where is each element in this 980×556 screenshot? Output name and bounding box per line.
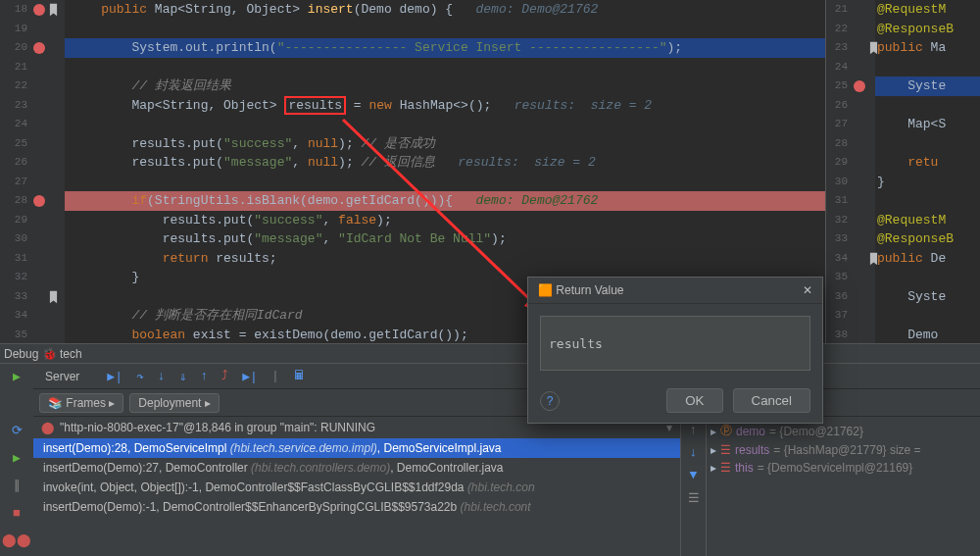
close-icon[interactable]: ✕: [803, 283, 812, 297]
stack-frame[interactable]: invoke(int, Object, Object[]):-1, DemoCo…: [33, 478, 680, 497]
update-icon[interactable]: ⟳: [0, 417, 33, 444]
frames-panel: ⬤ "http-nio-8080-exec-17"@18,846 in grou…: [33, 417, 680, 556]
breakpoint-icon[interactable]: [33, 42, 45, 54]
show-execution-point-icon[interactable]: ▶|: [107, 369, 122, 384]
drop-frame-icon[interactable]: ⤴: [221, 369, 228, 383]
line-number[interactable]: 33: [0, 287, 27, 307]
line-number[interactable]: 32: [826, 211, 848, 230]
line-number[interactable]: 27: [0, 173, 27, 192]
field-icon: ☰: [720, 443, 731, 457]
return-value-input[interactable]: [540, 316, 810, 371]
stop-icon[interactable]: ■: [0, 499, 33, 527]
app-icon: 🟧: [538, 283, 553, 297]
bookmark-icon: [869, 41, 878, 55]
line-number[interactable]: 23: [826, 38, 848, 58]
debug-toolwindow-tab[interactable]: Debug 🐞 tech: [0, 343, 980, 364]
variable-row[interactable]: ▸ ☰ results = {HashMap@21779} size =: [707, 441, 980, 459]
line-number[interactable]: 18: [0, 0, 27, 20]
right-editor: 21 22 23 24 25 26 27 28 29 30 31 32 33 3…: [825, 0, 980, 343]
line-number[interactable]: 25: [0, 134, 27, 154]
line-number[interactable]: 22: [826, 20, 848, 39]
breakpoint-icon[interactable]: [33, 4, 45, 16]
resume-icon[interactable]: ▶: [0, 444, 33, 472]
line-number[interactable]: 32: [0, 268, 27, 287]
line-number[interactable]: 20: [0, 38, 27, 58]
line-number[interactable]: 28: [0, 191, 27, 211]
stack-frame[interactable]: insertDemo(Demo):27, DemoController (hbi…: [33, 458, 680, 478]
selected-variable: results: [284, 96, 346, 115]
line-number[interactable]: 25: [826, 76, 848, 96]
variable-row[interactable]: ▸ ☰ this = {DemoServiceImpl@21169}: [707, 459, 980, 477]
line-number[interactable]: 27: [826, 115, 848, 134]
debug-toolbar: Server ▶| ↷ ↓ ⇓ ↑ ⤴ ▶| | 🖩: [33, 364, 980, 389]
line-number[interactable]: 23: [0, 96, 27, 116]
line-number[interactable]: 24: [0, 115, 27, 134]
line-number[interactable]: 22: [0, 76, 27, 96]
line-number[interactable]: 26: [826, 96, 848, 116]
right-gutter: 21 22 23 24 25 26 27 28 29 30 31 32 33 3…: [826, 0, 875, 343]
ok-button[interactable]: OK: [666, 388, 722, 413]
bug-icon: 🐞: [42, 347, 57, 361]
vars-side-toolbar: ↑ ↓ ▼ ☰: [680, 417, 706, 556]
line-number[interactable]: 31: [0, 249, 27, 269]
field-icon: ☰: [720, 461, 731, 475]
breakpoint-icon[interactable]: [33, 195, 45, 207]
line-number[interactable]: 33: [826, 229, 848, 249]
force-step-into-icon[interactable]: ⇓: [179, 369, 187, 384]
line-number[interactable]: 34: [826, 249, 848, 269]
left-gutter: 18 19 20 21 22 23 24 25 26 27 28 29 30 3…: [0, 0, 65, 343]
line-number[interactable]: 31: [826, 191, 848, 211]
arrow-down-icon[interactable]: ↓: [690, 445, 698, 460]
line-number[interactable]: 24: [826, 58, 848, 77]
return-value-dialog: 🟧 Return Value ✕ ? OK Cancel: [527, 277, 823, 424]
dialog-titlebar[interactable]: 🟧 Return Value ✕: [528, 278, 822, 304]
stack-frame[interactable]: insertDemo(Demo):-1, DemoController$$Enh…: [33, 497, 680, 517]
code-editor-right[interactable]: @RequestM @ResponseB public Ma Syste Map…: [875, 0, 980, 343]
line-number[interactable]: 29: [0, 211, 27, 230]
line-number[interactable]: 19: [0, 20, 27, 39]
run-to-cursor-icon[interactable]: ▶|: [242, 369, 258, 384]
line-number[interactable]: 37: [826, 306, 848, 326]
bookmark-icon: [49, 290, 58, 304]
line-number[interactable]: 38: [826, 326, 848, 345]
line-number[interactable]: 35: [826, 268, 848, 287]
line-number[interactable]: 35: [0, 326, 27, 345]
breakpoint-icon[interactable]: [854, 80, 865, 92]
bookmark-icon: [49, 3, 58, 17]
pause-icon[interactable]: ∥: [0, 472, 33, 499]
arrow-up-icon[interactable]: ↑: [690, 423, 698, 437]
variable-row[interactable]: ▸ ⓟ demo = {Demo@21762}: [707, 421, 980, 441]
frames-tab[interactable]: 📚 Frames ▸: [39, 393, 123, 413]
step-over-icon[interactable]: ↷: [136, 369, 144, 384]
param-icon: ⓟ: [720, 423, 732, 439]
settings-icon[interactable]: ☰: [688, 490, 700, 506]
line-number[interactable]: 21: [0, 58, 27, 77]
variables-panel: ▸ ⓟ demo = {Demo@21762} ▸ ☰ results = {H…: [706, 417, 980, 556]
stack-frame[interactable]: insert(Demo):28, DemoServiceImpl (hbi.te…: [33, 438, 680, 458]
line-number[interactable]: 29: [826, 153, 848, 173]
line-number[interactable]: 28: [826, 134, 848, 154]
deployment-tab[interactable]: Deployment ▸: [129, 393, 219, 413]
debug-side-toolbar: ⟳ ▶ ∥ ■ ⬤⬤: [0, 417, 33, 556]
view-breakpoints-icon[interactable]: ⬤⬤: [0, 527, 33, 554]
frames-tabs: 📚 Frames ▸ Deployment ▸: [33, 389, 980, 417]
line-number[interactable]: 36: [826, 287, 848, 307]
line-number[interactable]: 30: [0, 229, 27, 249]
thread-icon: ⬤: [41, 421, 54, 434]
editor-split: 18 19 20 21 22 23 24 25 26 27 28 29 30 3…: [0, 0, 980, 343]
line-number[interactable]: 26: [0, 153, 27, 173]
step-into-icon[interactable]: ↓: [158, 369, 166, 383]
step-out-icon[interactable]: ↑: [200, 369, 208, 383]
line-number[interactable]: 30: [826, 173, 848, 192]
bookmark-icon: [869, 252, 878, 266]
help-icon[interactable]: ?: [540, 391, 560, 411]
tab-server[interactable]: Server: [33, 364, 91, 388]
rerun-icon[interactable]: ▶: [0, 364, 33, 389]
evaluate-expression-icon[interactable]: 🖩: [293, 369, 306, 383]
debug-panels: ⟳ ▶ ∥ ■ ⬤⬤ ⬤ "http-nio-8080-exec-17"@18,…: [0, 417, 980, 556]
cancel-button[interactable]: Cancel: [733, 388, 811, 413]
filter-icon[interactable]: ▼: [690, 468, 698, 482]
line-number[interactable]: 34: [0, 306, 27, 326]
line-number[interactable]: 21: [826, 0, 848, 20]
